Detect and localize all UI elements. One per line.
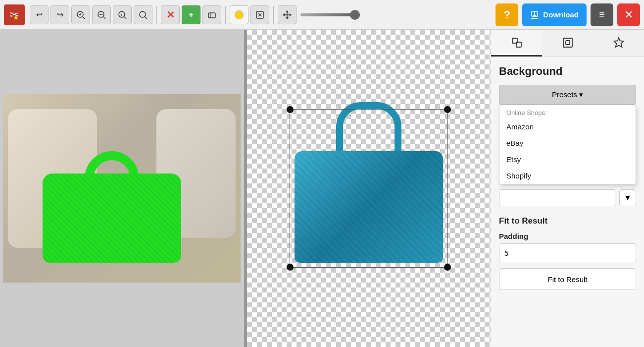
original-canvas	[0, 30, 245, 347]
svg-rect-30	[531, 18, 538, 19]
size-chevron[interactable]: ▼	[619, 189, 636, 206]
color-size-row: ▼	[499, 189, 636, 206]
zoom-fit-button[interactable]: 1:1	[113, 5, 132, 24]
result-image	[295, 114, 443, 263]
green-bag-object	[43, 154, 181, 263]
toolbar-separator-3	[273, 6, 274, 24]
handle-bottom-right[interactable]	[444, 264, 451, 271]
padding-label: Padding	[499, 232, 636, 240]
svg-rect-33	[563, 38, 572, 47]
color-picker[interactable]	[499, 189, 615, 206]
right-panel: Background Presets ▾ Online Shops: Amazo…	[491, 30, 644, 347]
brush-button[interactable]	[230, 5, 248, 24]
zoom-reset-button[interactable]	[134, 5, 152, 24]
handle-top-left[interactable]	[287, 106, 294, 113]
svg-marker-25	[283, 13, 285, 16]
dropdown-etsy[interactable]: Etsy	[499, 151, 636, 168]
dropdown-shopify[interactable]: Shopify	[499, 168, 636, 184]
online-shops-label: Online Shops:	[499, 105, 636, 118]
result-canvas[interactable]	[247, 30, 491, 347]
svg-line-11	[145, 17, 147, 19]
background-title: Background	[499, 65, 636, 78]
help-button[interactable]: ?	[495, 3, 518, 26]
handle-bottom-left[interactable]	[287, 264, 294, 271]
svg-marker-24	[286, 17, 289, 19]
toolbar-separator-2	[225, 6, 226, 24]
panel-tabs	[491, 30, 644, 57]
svg-rect-34	[566, 41, 570, 45]
handle-top-right[interactable]	[444, 106, 451, 113]
main-area: Background Presets ▾ Online Shops: Amazo…	[0, 30, 644, 347]
close-button[interactable]: ✕	[617, 3, 640, 26]
result-canvas-inner	[265, 84, 473, 292]
presets-dropdown: Online Shops: Amazon eBay Etsy Shopify	[499, 105, 636, 184]
fit-to-result-button[interactable]: Fit to Result	[499, 268, 636, 290]
panel-content: Background Presets ▾ Online Shops: Amazo…	[491, 57, 644, 347]
presets-button[interactable]: Presets ▾	[499, 85, 636, 105]
toolbar-separator-1	[156, 6, 157, 24]
move-button[interactable]	[278, 5, 297, 24]
tab-favorites[interactable]	[593, 30, 644, 57]
menu-button[interactable]: ≡	[591, 3, 613, 26]
undo-button[interactable]: ↩	[30, 5, 49, 24]
original-image	[3, 94, 241, 283]
toolbar: ✂ ★ ↩ ↪ 1:1 ✕ ?	[0, 0, 644, 30]
app-logo[interactable]: ✂ ★	[4, 4, 25, 25]
restore-button[interactable]	[250, 5, 269, 24]
cancel-button[interactable]: ✕	[161, 5, 180, 24]
padding-input[interactable]	[499, 243, 636, 262]
svg-marker-23	[286, 10, 289, 12]
svg-line-6	[103, 17, 105, 19]
svg-rect-15	[208, 13, 215, 18]
dropdown-amazon[interactable]: Amazon	[499, 118, 636, 135]
svg-text:1:1: 1:1	[120, 13, 126, 17]
fit-to-result-section: Fit to Result Padding Fit to Result	[499, 216, 636, 290]
tab-background[interactable]	[542, 30, 593, 57]
tab-layers[interactable]	[491, 30, 542, 57]
dropdown-ebay[interactable]: eBay	[499, 135, 636, 151]
svg-line-3	[83, 17, 85, 19]
fit-section-title: Fit to Result	[499, 216, 636, 226]
zoom-out-button[interactable]	[92, 5, 111, 24]
svg-marker-35	[614, 38, 623, 47]
zoom-in-button[interactable]	[71, 5, 90, 24]
brush-size-slider[interactable]	[300, 13, 360, 16]
add-button[interactable]	[182, 5, 200, 24]
redo-button[interactable]: ↪	[50, 5, 69, 24]
svg-marker-26	[290, 13, 292, 16]
svg-point-10	[140, 11, 146, 17]
header-right: ? Download ≡ ✕	[495, 3, 640, 26]
svg-point-17	[235, 10, 244, 19]
download-button[interactable]: Download	[522, 3, 587, 26]
erase-button[interactable]	[202, 5, 221, 24]
